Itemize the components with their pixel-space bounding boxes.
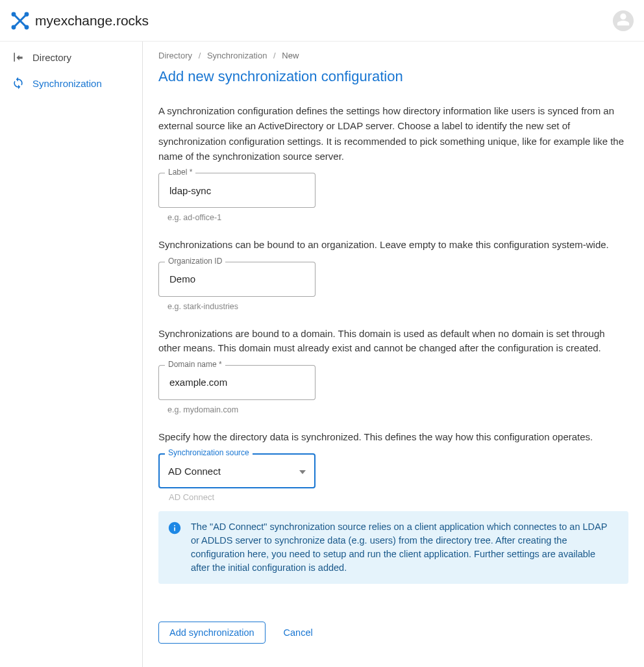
field-label: Organization ID: [165, 257, 225, 266]
person-icon: [616, 12, 630, 29]
add-synchronization-button[interactable]: Add synchronization: [158, 622, 266, 644]
organization-field: Organization ID e.g. stark-industries: [158, 262, 316, 311]
select-value: AD Connect: [168, 466, 299, 477]
brand-block[interactable]: myexchange.rocks: [10, 11, 149, 31]
domain-description: Synchronizations are bound to a domain. …: [158, 327, 628, 356]
field-hint: e.g. mydomain.com: [167, 405, 316, 414]
app-header: myexchange.rocks: [0, 0, 644, 42]
chevron-down-icon: [299, 466, 306, 476]
main-content: Directory / Synchronization / New Add ne…: [143, 42, 644, 667]
domain-input[interactable]: [168, 376, 306, 388]
field-label: Domain name *: [165, 360, 225, 369]
back-parent-icon: [12, 51, 25, 64]
sidebar-item-label: Directory: [32, 52, 71, 63]
breadcrumb-separator: /: [199, 51, 201, 60]
sidebar-item-synchronization[interactable]: Synchronization: [0, 70, 142, 96]
brand-name: myexchange.rocks: [35, 13, 149, 29]
breadcrumb: Directory / Synchronization / New: [158, 51, 628, 60]
logo-icon: [10, 11, 30, 31]
domain-field: Domain name * e.g. mydomain.com: [158, 365, 316, 414]
breadcrumb-item-current: New: [282, 51, 299, 60]
label-field: Label * e.g. ad-office-1: [158, 173, 316, 222]
breadcrumb-separator: /: [273, 51, 276, 60]
breadcrumb-item[interactable]: Synchronization: [207, 51, 267, 60]
sidebar-item-directory[interactable]: Directory: [0, 44, 142, 70]
sync-source-field: Synchronization source AD Connect AD Con…: [158, 453, 316, 502]
sidebar-item-label: Synchronization: [32, 78, 102, 89]
label-input[interactable]: [168, 184, 306, 197]
select-helper-text: AD Connect: [169, 492, 316, 502]
organization-input[interactable]: [168, 273, 306, 285]
field-hint: e.g. stark-industries: [167, 302, 316, 311]
field-hint: e.g. ad-office-1: [167, 213, 316, 222]
breadcrumb-item[interactable]: Directory: [158, 51, 192, 60]
org-description: Synchronizations can be bound to an orga…: [158, 238, 628, 253]
info-text: The "AD Connect" synchronization source …: [191, 520, 617, 575]
field-label: Synchronization source: [165, 448, 253, 457]
sync-users-icon: [12, 77, 25, 90]
source-description: Specify how the directory data is synchr…: [158, 430, 628, 445]
intro-paragraph: A synchronization configuration defines …: [158, 103, 628, 164]
sidebar: Directory Synchronization: [0, 42, 143, 667]
sync-source-select[interactable]: AD Connect: [158, 453, 316, 488]
field-label: Label *: [165, 168, 195, 177]
info-alert: The "AD Connect" synchronization source …: [158, 511, 628, 584]
action-row: Add synchronization Cancel: [158, 622, 628, 644]
account-avatar[interactable]: [613, 10, 634, 31]
page-title: Add new synchronization configuration: [158, 68, 628, 85]
cancel-button[interactable]: Cancel: [276, 622, 321, 643]
info-icon: [167, 521, 182, 535]
